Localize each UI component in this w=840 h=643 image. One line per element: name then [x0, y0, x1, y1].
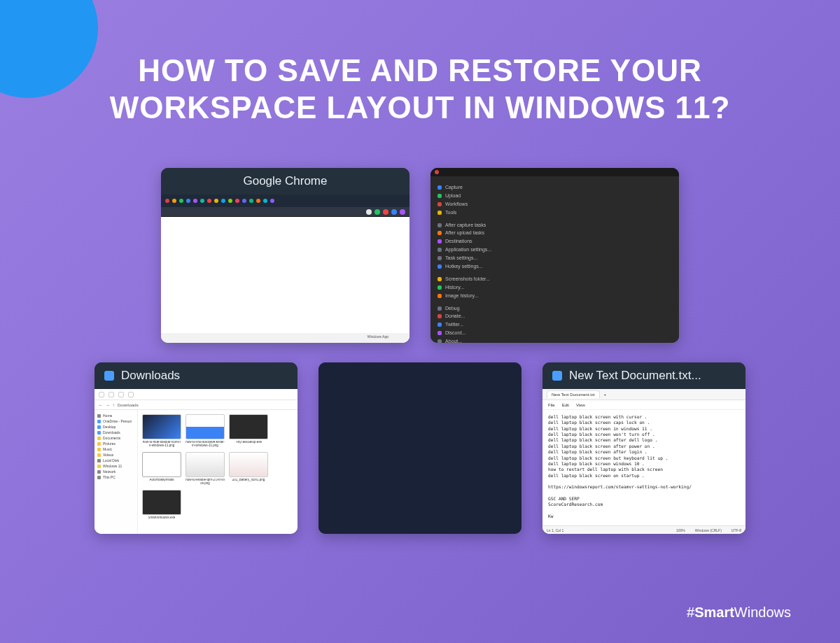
window-blank[interactable] [318, 362, 522, 534]
file-preview [142, 490, 181, 515]
menu-item[interactable]: Donate... [438, 312, 672, 320]
menu-item[interactable]: Hotkey settings... [438, 262, 672, 271]
menu-item[interactable]: Debug [438, 304, 672, 313]
sidebar-item[interactable]: Videos [97, 452, 134, 458]
menu-item[interactable]: Twitter... [438, 320, 672, 329]
window-grid: Google Chrome Windows App CaptureUploadW… [84, 168, 756, 553]
toolbar-icon[interactable] [374, 209, 380, 215]
sidebar-item[interactable]: This PC [97, 474, 134, 480]
notepad-icon [552, 371, 562, 381]
sharex-menu: CaptureUploadWorkflowsToolsAfter capture… [430, 178, 679, 343]
menu-item[interactable]: After upload tasks [438, 229, 672, 237]
menu-item[interactable]: Destinations [438, 237, 672, 246]
browser-tab-icon[interactable] [165, 199, 169, 203]
file-thumbnail[interactable]: AutoHotkeyInstall [142, 452, 181, 486]
browser-tab-icon[interactable] [186, 199, 190, 203]
status-encoding: UTF-8 [732, 528, 741, 532]
chrome-tab-strip [161, 195, 410, 207]
browser-tab-icon[interactable] [270, 199, 274, 203]
menu-item[interactable]: About... [438, 337, 672, 343]
chrome-address-bar [161, 207, 410, 217]
toolbar-icon[interactable] [366, 209, 372, 215]
explorer-breadcrumb[interactable]: ← → ↑ Downloads [94, 400, 298, 410]
menu-item[interactable]: Application settings... [438, 246, 672, 254]
explorer-sidebar: HomeOneDrive - PersonDesktopDownloadsDoc… [94, 410, 138, 534]
tab-add-icon[interactable]: + [604, 393, 607, 397]
window-chrome-title: Google Chrome [243, 174, 327, 188]
menu-item[interactable]: Tools [438, 209, 672, 217]
file-preview [229, 414, 268, 439]
file-thumbnail[interactable]: how-to-hide-taskbar-icons-in-windows-11.… [142, 414, 181, 448]
toolbar-button[interactable] [128, 392, 134, 397]
file-thumbnail[interactable]: SmartWindows.exe [142, 490, 181, 520]
browser-tab-icon[interactable] [193, 199, 197, 203]
hashtag-bold: Smart [694, 605, 734, 620]
browser-tab-icon[interactable] [256, 199, 260, 203]
sharex-icon [435, 170, 439, 174]
sidebar-item[interactable]: Downloads [97, 430, 134, 435]
browser-tab-icon[interactable] [263, 199, 267, 203]
browser-tab-icon[interactable] [228, 199, 232, 203]
window-notepad[interactable]: New Text Document.txt... New Text Docume… [542, 362, 746, 534]
folder-icon [104, 371, 114, 381]
browser-tab-icon[interactable] [200, 199, 204, 203]
menu-item[interactable]: File [548, 403, 555, 407]
menu-item[interactable]: Capture [438, 183, 672, 192]
sidebar-item[interactable]: Home [97, 413, 134, 418]
file-thumbnail[interactable]: TinyTaskSetup.exe [229, 414, 268, 448]
browser-tab-icon[interactable] [242, 199, 246, 203]
menu-item[interactable]: After capture tasks [438, 221, 672, 229]
status-zoom: 100% [676, 528, 685, 532]
file-name: how-to-hide-taskbar-icons-in-windows-11.… [142, 441, 181, 448]
sidebar-item[interactable]: Local Disk [97, 458, 134, 463]
breadcrumb-text: Downloads [118, 403, 139, 407]
sidebar-item[interactable]: Documents [97, 435, 134, 441]
menu-item[interactable]: History... [438, 283, 672, 292]
menu-item[interactable]: Image history... [438, 292, 672, 300]
toolbar-icon[interactable] [400, 209, 405, 215]
window-downloads-titlebar: Downloads [94, 362, 298, 389]
menu-item[interactable]: Task settings... [438, 254, 672, 262]
sidebar-item[interactable]: Desktop [97, 424, 134, 430]
sidebar-item[interactable]: Windows 11 [97, 463, 134, 469]
window-sharex[interactable]: CaptureUploadWorkflowsToolsAfter capture… [430, 168, 679, 343]
notepad-content[interactable]: dell laptop black screen with cursor . d… [542, 410, 746, 525]
explorer-body: HomeOneDrive - PersonDesktopDownloadsDoc… [94, 410, 298, 534]
file-thumbnail[interactable]: 201_Battery_Icon1.png [229, 452, 268, 486]
browser-tab-icon[interactable] [235, 199, 239, 203]
notepad-tab[interactable]: New Text Document.txt [547, 390, 600, 398]
file-preview [142, 414, 181, 439]
grid-row-1: Google Chrome Windows App CaptureUploadW… [84, 168, 756, 343]
toolbar-button[interactable] [118, 392, 124, 397]
menu-item[interactable]: View [576, 403, 585, 407]
browser-tab-icon[interactable] [221, 199, 225, 203]
toolbar-icon[interactable] [391, 209, 397, 215]
menu-item[interactable]: Workflows [438, 200, 672, 209]
menu-item[interactable]: Discord... [438, 329, 672, 337]
browser-tab-icon[interactable] [179, 199, 183, 203]
status-position: Ln 1, Col 1 [547, 528, 564, 532]
sidebar-item[interactable]: Network [97, 469, 134, 474]
window-chrome-titlebar: Google Chrome [161, 168, 410, 195]
browser-tab-icon[interactable] [172, 199, 176, 203]
toolbar-button[interactable] [108, 392, 114, 397]
window-chrome[interactable]: Google Chrome Windows App [161, 168, 410, 343]
file-thumbnail[interactable]: how-to-enable-tpm-2.0-in-bios.png [186, 452, 225, 486]
sidebar-item[interactable]: Music [97, 446, 134, 452]
browser-tab-icon[interactable] [249, 199, 253, 203]
file-name: how-to-enable-tpm-2.0-in-bios.png [186, 479, 225, 486]
toolbar-button[interactable] [99, 392, 104, 397]
toolbar-icon[interactable] [383, 209, 388, 215]
menu-item[interactable]: Screenshots folder... [438, 275, 672, 283]
browser-tab-icon[interactable] [207, 199, 211, 203]
menu-item[interactable]: Edit [562, 403, 569, 407]
browser-tab-icon[interactable] [214, 199, 218, 203]
breadcrumb-arrow: ↑ [113, 403, 115, 407]
file-thumbnail[interactable]: how-to-find-autosave-excel-in-windows-11… [186, 414, 225, 448]
sidebar-item[interactable]: OneDrive - Person [97, 418, 134, 424]
file-name: TinyTaskSetup.exe [229, 441, 268, 444]
window-downloads[interactable]: Downloads ← → ↑ Downloads [94, 362, 298, 534]
menu-item[interactable]: Upload [438, 192, 672, 200]
window-chrome-body: Windows App [161, 195, 410, 343]
sidebar-item[interactable]: Pictures [97, 441, 134, 446]
